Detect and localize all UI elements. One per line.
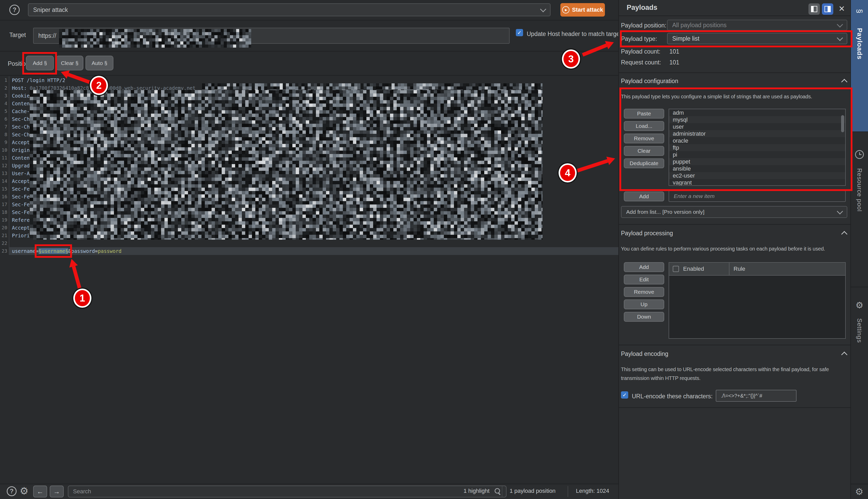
update-host-checkbox[interactable]: ✓ xyxy=(516,29,523,36)
chevron-down-icon xyxy=(837,208,843,214)
line-number: 19 xyxy=(0,216,9,224)
line-number: 10 xyxy=(0,146,9,154)
column-divider[interactable] xyxy=(729,263,730,275)
expand-panel-icon[interactable] xyxy=(822,3,833,15)
processing-rule-action-button[interactable]: Up xyxy=(624,300,664,309)
search-next-button[interactable]: → xyxy=(50,486,64,497)
dock-panel-icon[interactable] xyxy=(808,3,820,15)
line-number: 15 xyxy=(0,185,9,193)
url-encode-characters-value: ./\=<>?+&*;:"{}|^`# xyxy=(721,393,762,399)
editor-line[interactable]: 23username=§username§&password=password xyxy=(0,247,618,255)
line-number: 1 xyxy=(0,76,9,84)
annotation-box-payload-type xyxy=(620,30,853,47)
auto-positions-button[interactable]: Auto § xyxy=(85,56,113,70)
payload-encoding-title: Payload encoding xyxy=(621,351,668,357)
payload-count-label: Payload count: xyxy=(621,48,660,55)
line-number: 17 xyxy=(0,200,9,208)
table-header-row: Enabled Rule xyxy=(669,263,845,276)
editor-settings-gear-icon[interactable]: ⚙ xyxy=(20,486,28,496)
new-payload-input[interactable]: Enter a new item xyxy=(668,191,846,202)
attack-config-select[interactable]: Sniper attack xyxy=(28,3,551,16)
line-number: 7 xyxy=(0,123,9,131)
expanded-view-icon xyxy=(824,6,831,12)
processing-rule-action-button[interactable]: Down xyxy=(624,312,664,322)
clear-positions-button[interactable]: Clear § xyxy=(56,56,83,70)
close-icon[interactable]: ✕ xyxy=(839,4,845,13)
processing-rule-buttons: AddEditRemoveUpDown xyxy=(624,262,664,322)
table-body-empty[interactable] xyxy=(669,276,845,338)
line-number: 8 xyxy=(0,131,9,138)
annotation-circle-1: 1 xyxy=(73,289,92,308)
highlight-count: 1 highlight xyxy=(463,488,490,494)
chevron-down-icon xyxy=(540,6,546,12)
annotation-arrow-1 xyxy=(72,266,81,289)
request-length: Length: 1024 xyxy=(576,488,609,494)
line-number: 9 xyxy=(0,138,9,146)
annotation-circle-2: 2 xyxy=(90,76,108,95)
clock-icon xyxy=(855,150,864,159)
panel-settings-gear-icon[interactable]: ⚙ xyxy=(855,487,863,496)
add-from-list-value: Add from list... [Pro version only] xyxy=(626,209,838,215)
line-content xyxy=(9,240,618,247)
tab-settings-label: Settings xyxy=(856,318,863,343)
url-encode-checkbox[interactable]: ✓ xyxy=(621,391,628,399)
processing-rule-action-button[interactable]: Edit xyxy=(624,275,664,284)
editor-line[interactable]: 22 xyxy=(0,240,618,247)
line-number: 16 xyxy=(0,193,9,200)
attack-config-value: Sniper attack xyxy=(33,7,541,13)
line-number: 18 xyxy=(0,208,9,216)
processing-rule-action-button[interactable]: Remove xyxy=(624,287,664,297)
payload-encoding-description: This setting can be used to URL-encode s… xyxy=(621,365,844,382)
tab-payloads-label: Payloads xyxy=(856,28,864,60)
line-number: 3 xyxy=(0,92,9,100)
line-number: 5 xyxy=(0,107,9,115)
line-number: 11 xyxy=(0,154,9,162)
redacted-target-url xyxy=(59,29,251,48)
help-icon[interactable]: ? xyxy=(7,486,16,496)
line-number: 22 xyxy=(0,240,9,247)
search-prev-button[interactable]: ← xyxy=(33,486,47,497)
search-input[interactable]: Search xyxy=(68,486,507,497)
line-number: 20 xyxy=(0,224,9,232)
processing-rule-action-button[interactable]: Add xyxy=(624,262,664,272)
annotation-box-payload-configuration xyxy=(619,87,853,191)
annotation-circle-4: 4 xyxy=(558,163,577,182)
annotation-arrow-3 xyxy=(582,44,607,57)
tab-payloads[interactable]: § Payloads xyxy=(851,0,868,132)
payload-configuration-title: Payload configuration xyxy=(621,78,678,85)
split-view-icon xyxy=(811,6,817,12)
add-payload-button[interactable]: Add xyxy=(624,192,664,202)
tab-resource-pool[interactable]: Resource pool xyxy=(851,132,868,287)
play-icon: ▶ xyxy=(562,6,569,13)
start-attack-label: Start attack xyxy=(572,7,603,13)
annotation-box-add-button xyxy=(22,52,57,74)
target-label: Target xyxy=(9,32,26,39)
line-number: 6 xyxy=(0,115,9,123)
tab-settings[interactable]: ⚙ Settings xyxy=(851,287,868,425)
payload-position-label: Payload position: xyxy=(621,22,666,29)
rule-column-header: Rule xyxy=(734,266,745,272)
payload-position-select[interactable]: All payload positions xyxy=(667,20,847,31)
target-url-prefix: https:// xyxy=(38,32,56,39)
new-payload-placeholder: Enter a new item xyxy=(674,193,841,199)
search-icon[interactable] xyxy=(494,488,501,495)
line-number: 2 xyxy=(0,84,9,92)
line-number: 14 xyxy=(0,177,9,185)
payload-count-value: 101 xyxy=(670,48,679,55)
url-encode-characters-input[interactable]: ./\=<>?+&*;:"{}|^`# xyxy=(716,390,797,402)
processing-rules-table[interactable]: Enabled Rule xyxy=(668,262,846,339)
url-encode-label: URL-encode these characters: xyxy=(632,393,713,400)
help-icon[interactable]: ? xyxy=(9,5,20,15)
annotation-circle-3: 3 xyxy=(562,49,580,69)
payload-position-marker[interactable]: §username§ xyxy=(39,248,68,254)
start-attack-button[interactable]: ▶ Start attack xyxy=(560,3,605,16)
request-count-value: 101 xyxy=(670,59,679,66)
line-number: 13 xyxy=(0,170,9,177)
enabled-header-checkbox[interactable] xyxy=(673,266,679,272)
line-number: 12 xyxy=(0,162,9,170)
add-from-list-select[interactable]: Add from list... [Pro version only] xyxy=(621,206,847,218)
request-count-label: Request count: xyxy=(621,59,661,66)
search-placeholder: Search xyxy=(73,488,494,495)
payload-position-value: All payload positions xyxy=(672,22,838,29)
payload-processing-description: You can define rules to perform various … xyxy=(621,246,825,252)
